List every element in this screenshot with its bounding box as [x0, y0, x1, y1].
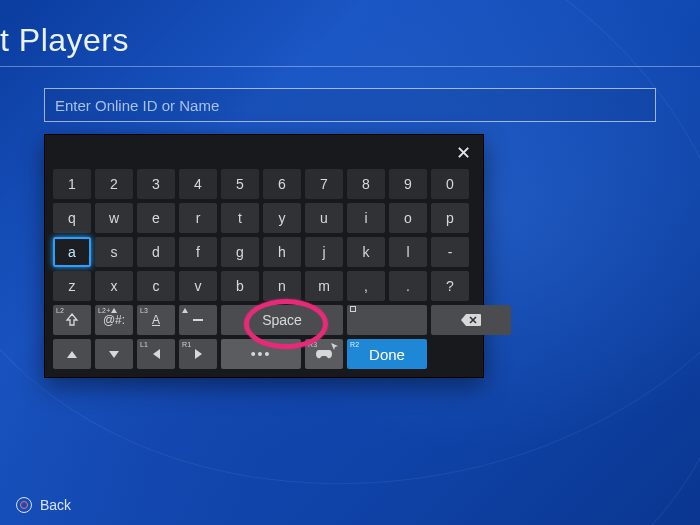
- dpad-right-corner: R1: [182, 341, 191, 348]
- shift-key[interactable]: L2: [53, 305, 91, 335]
- dpad-down-key[interactable]: [95, 339, 133, 369]
- key-v[interactable]: v: [179, 271, 217, 301]
- key-2[interactable]: 2: [95, 169, 133, 199]
- accent-key[interactable]: [179, 305, 217, 335]
- keyboard-row-numbers: 1234567890: [53, 169, 475, 199]
- key-c[interactable]: c: [137, 271, 175, 301]
- key-e[interactable]: e: [137, 203, 175, 233]
- key-1[interactable]: 1: [53, 169, 91, 199]
- key-m[interactable]: m: [305, 271, 343, 301]
- online-id-input[interactable]: Enter Online ID or Name: [44, 88, 656, 122]
- key-4[interactable]: 4: [179, 169, 217, 199]
- letters-label: A: [152, 313, 160, 327]
- key--[interactable]: -: [431, 237, 469, 267]
- accent-corner-label: [182, 307, 188, 314]
- key-s[interactable]: s: [95, 237, 133, 267]
- ellipsis-icon: •••: [251, 346, 272, 362]
- keyboard-row-letters-1: qwertyuiop: [53, 203, 475, 233]
- key-b[interactable]: b: [221, 271, 259, 301]
- chevron-left-icon: [153, 349, 160, 359]
- symbols-key[interactable]: L2+ @#:: [95, 305, 133, 335]
- letters-mode-key[interactable]: L3 A: [137, 305, 175, 335]
- key-f[interactable]: f: [179, 237, 217, 267]
- footer-back[interactable]: Back: [16, 497, 71, 513]
- chevron-right-icon: [195, 349, 202, 359]
- symbols-corner-label: L2+: [98, 307, 117, 314]
- square-corner-label: [350, 307, 356, 314]
- done-label: Done: [369, 346, 405, 363]
- key-o[interactable]: o: [389, 203, 427, 233]
- dpad-up-key[interactable]: [53, 339, 91, 369]
- key-w[interactable]: w: [95, 203, 133, 233]
- key-p[interactable]: p: [431, 203, 469, 233]
- key-u[interactable]: u: [305, 203, 343, 233]
- dpad-left-key[interactable]: L1: [137, 339, 175, 369]
- shift-corner-label: L2: [56, 307, 64, 314]
- title-divider: [0, 66, 700, 67]
- chevron-down-icon: [109, 351, 119, 358]
- on-screen-keyboard: ✕ 1234567890 qwertyuiop asdfghjkl- zxcvb…: [44, 134, 484, 378]
- done-corner-label: R2: [350, 341, 359, 348]
- blank-key[interactable]: [347, 305, 427, 335]
- key-h[interactable]: h: [263, 237, 301, 267]
- keyboard-row-nav: L1 R1 ••• R3 R2 Done: [53, 339, 475, 369]
- key-t[interactable]: t: [221, 203, 259, 233]
- key-n[interactable]: n: [263, 271, 301, 301]
- back-label: Back: [40, 497, 71, 513]
- key-z[interactable]: z: [53, 271, 91, 301]
- key-j[interactable]: j: [305, 237, 343, 267]
- key-6[interactable]: 6: [263, 169, 301, 199]
- key-9[interactable]: 9: [389, 169, 427, 199]
- key-8[interactable]: 8: [347, 169, 385, 199]
- dpad-left-corner: L1: [140, 341, 148, 348]
- backspace-key[interactable]: [431, 305, 511, 335]
- space-key[interactable]: Space: [221, 305, 343, 335]
- cursor-arrow-icon: [331, 343, 339, 351]
- key-y[interactable]: y: [263, 203, 301, 233]
- symbols-label: @#:: [103, 313, 125, 327]
- key-?[interactable]: ?: [431, 271, 469, 301]
- controller-corner-label: R3: [308, 341, 317, 348]
- key-l[interactable]: l: [389, 237, 427, 267]
- more-options-key[interactable]: •••: [221, 339, 301, 369]
- letters-corner-label: L3: [140, 307, 148, 314]
- key-r[interactable]: r: [179, 203, 217, 233]
- space-label: Space: [262, 312, 302, 328]
- key-q[interactable]: q: [53, 203, 91, 233]
- backspace-icon: [460, 313, 482, 327]
- key-0[interactable]: 0: [431, 169, 469, 199]
- controller-input-key[interactable]: R3: [305, 339, 343, 369]
- page-title: t Players: [0, 22, 129, 59]
- circle-button-icon: [16, 497, 32, 513]
- keyboard-close-button[interactable]: ✕: [452, 142, 475, 164]
- key-a[interactable]: a: [53, 237, 91, 267]
- key-x[interactable]: x: [95, 271, 133, 301]
- key-7[interactable]: 7: [305, 169, 343, 199]
- dash-icon: [193, 319, 203, 321]
- done-button[interactable]: R2 Done: [347, 339, 427, 369]
- keyboard-row-modifiers: L2 L2+ @#: L3 A Space: [53, 305, 475, 335]
- chevron-up-icon: [67, 351, 77, 358]
- key-k[interactable]: k: [347, 237, 385, 267]
- key-d[interactable]: d: [137, 237, 175, 267]
- key-g[interactable]: g: [221, 237, 259, 267]
- key-.[interactable]: .: [389, 271, 427, 301]
- key-3[interactable]: 3: [137, 169, 175, 199]
- shift-icon: [65, 313, 79, 327]
- key-,[interactable]: ,: [347, 271, 385, 301]
- input-placeholder: Enter Online ID or Name: [55, 97, 219, 114]
- keyboard-row-letters-3: zxcvbnm,.?: [53, 271, 475, 301]
- key-i[interactable]: i: [347, 203, 385, 233]
- keyboard-row-letters-2: asdfghjkl-: [53, 237, 475, 267]
- key-5[interactable]: 5: [221, 169, 259, 199]
- dpad-right-key[interactable]: R1: [179, 339, 217, 369]
